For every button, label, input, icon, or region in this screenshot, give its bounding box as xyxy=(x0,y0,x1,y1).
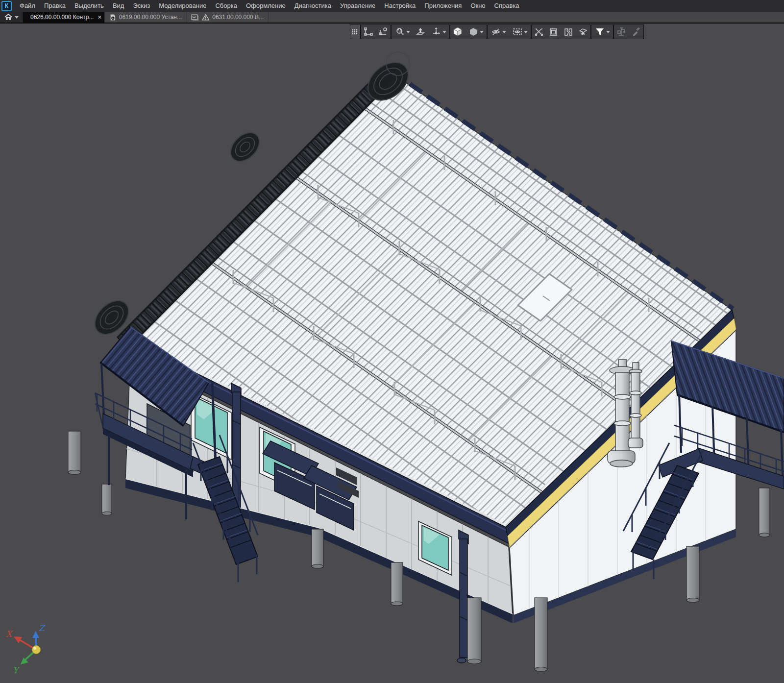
sketch-icon[interactable] xyxy=(361,25,376,39)
menu-window[interactable]: Окно xyxy=(466,0,490,12)
drawing-frame-icon[interactable] xyxy=(546,25,561,39)
z-axis-label: Z xyxy=(39,623,46,633)
menu-management[interactable]: Управление xyxy=(336,0,380,12)
menu-sketch[interactable]: Эскиз xyxy=(128,0,154,12)
menu-diagnostics[interactable]: Диагностика xyxy=(290,0,336,12)
menu-bar: К Файл Правка Выделить Вид Эскиз Моделир… xyxy=(0,0,784,12)
break-view-icon[interactable] xyxy=(561,25,576,39)
menu-settings[interactable]: Настройка xyxy=(380,0,420,12)
z-axis-arrow xyxy=(32,631,39,638)
move-component-icon[interactable] xyxy=(428,25,449,39)
menu-layout[interactable]: Оформление xyxy=(242,0,290,12)
tab-0631[interactable]: 0631.00.00.000 В... xyxy=(187,12,269,23)
dropdown-caret-icon xyxy=(606,31,610,33)
dropdown-caret-icon xyxy=(524,31,528,33)
menu-file[interactable]: Файл xyxy=(15,0,40,12)
sketch-projection-icon[interactable] xyxy=(376,25,391,39)
home-caret-icon xyxy=(15,16,19,19)
zoom-area-icon[interactable] xyxy=(392,25,413,39)
toolbar-handle[interactable] xyxy=(350,25,360,39)
warning-triangle-icon xyxy=(202,14,210,21)
home-button[interactable] xyxy=(0,12,23,23)
extrude-icon[interactable] xyxy=(413,25,428,39)
tab-0619[interactable]: 0619.00.00.000 Устан... xyxy=(105,12,187,23)
assembly-doc-icon xyxy=(109,14,116,21)
origin-sphere xyxy=(32,646,41,654)
eyedropper-icon[interactable] xyxy=(629,25,643,39)
dropdown-caret-icon xyxy=(442,31,446,33)
hide-objects-icon[interactable] xyxy=(488,25,509,39)
tab-0626[interactable]: 0626.00.00.000 Контр... × xyxy=(23,12,105,23)
cube-view-icon[interactable] xyxy=(450,25,465,39)
dropdown-caret-icon xyxy=(406,31,410,33)
kompas-3d-window: { "app": {"name": "KOMPAS-3D", "logo_let… xyxy=(0,0,784,683)
home-icon xyxy=(4,14,12,21)
menu-select[interactable]: Выделить xyxy=(70,0,108,12)
measure-crane-icon[interactable] xyxy=(614,25,629,39)
model-3d-view[interactable]: X Z Y xyxy=(0,24,784,683)
dropdown-caret-icon xyxy=(502,31,506,33)
quick-access-toolbar xyxy=(350,24,644,39)
filter-icon[interactable] xyxy=(591,25,613,39)
tab-label: 0619.00.00.000 Устан... xyxy=(119,14,182,21)
y-axis-label: Y xyxy=(13,665,20,675)
menu-applications[interactable]: Приложения xyxy=(420,0,466,12)
menu-assembly[interactable]: Сборка xyxy=(211,0,242,12)
section-scissors-icon[interactable] xyxy=(532,25,546,39)
menu-help[interactable]: Справка xyxy=(490,0,524,12)
tab-label: 0626.00.00.000 Контр... xyxy=(30,14,94,21)
layout-doc-icon xyxy=(191,14,199,21)
menu-edit[interactable]: Правка xyxy=(40,0,70,12)
show-hidden-icon[interactable] xyxy=(509,25,531,39)
x-axis-label: X xyxy=(6,629,13,639)
tab-close-icon[interactable]: × xyxy=(97,13,102,21)
menu-modeling[interactable]: Моделирование xyxy=(154,0,211,12)
view-triad[interactable]: X Z Y xyxy=(6,623,46,675)
dropdown-caret-icon xyxy=(480,31,484,33)
viewport[interactable]: X Z Y xyxy=(0,24,784,683)
shaded-display-icon[interactable] xyxy=(465,25,487,39)
document-tab-bar: 0626.00.00.000 Контр... × 0619.00.00.000… xyxy=(0,12,784,24)
tab-label: 0631.00.00.000 В... xyxy=(212,14,264,21)
app-logo-icon[interactable]: К xyxy=(1,1,12,11)
menu-view[interactable]: Вид xyxy=(108,0,129,12)
surface-sketch-icon[interactable] xyxy=(576,25,590,39)
